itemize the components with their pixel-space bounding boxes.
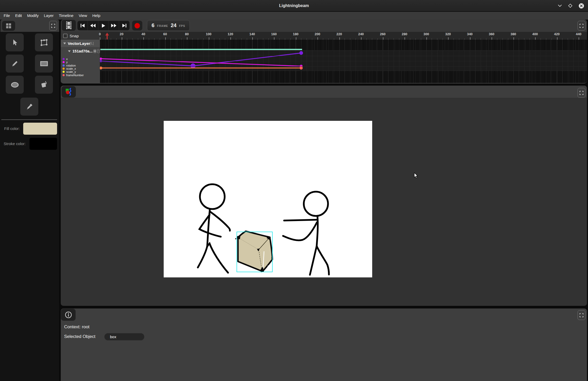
figure-arm	[283, 222, 317, 240]
frame-curve-keyframe[interactable]	[300, 67, 303, 70]
ellipse-tool-button[interactable]	[6, 76, 24, 94]
stroke-color-swatch[interactable]	[29, 138, 57, 150]
record-button[interactable]	[132, 21, 142, 31]
ruler-ticks: 0204060801001201401601802002202402602803…	[100, 32, 587, 40]
select-tool-button[interactable]	[6, 33, 24, 51]
info-icon	[65, 311, 72, 318]
panel-grid-button[interactable]	[2, 21, 15, 31]
skip-to-start-button[interactable]	[77, 21, 88, 30]
play-button[interactable]	[98, 21, 109, 30]
rewind-button[interactable]	[88, 21, 98, 30]
tool-panel-expand-button[interactable]	[49, 21, 57, 31]
collapse-triangle-icon[interactable]	[63, 43, 66, 44]
ruler-label: 380	[511, 32, 516, 36]
property-row-y[interactable]: y	[61, 61, 100, 64]
property-row-x[interactable]: x	[61, 57, 100, 61]
ruler-label: 220	[336, 32, 342, 36]
stick-figure-left[interactable]	[198, 184, 230, 273]
minimize-button[interactable]	[557, 3, 563, 9]
curve-grid-line	[100, 71, 587, 71]
collapse-triangle-icon[interactable]	[68, 50, 71, 52]
play-icon	[101, 23, 106, 28]
layer-row[interactable]: VectorLayer [L]	[61, 40, 100, 47]
pencil-tool-button[interactable]	[6, 55, 24, 73]
menu-modify[interactable]: Modify	[24, 12, 41, 20]
fill-color-swatch[interactable]	[23, 123, 57, 135]
stage[interactable]	[164, 121, 372, 277]
skip-to-end-icon	[122, 23, 127, 28]
property-row-frameNumber[interactable]: frameNumber	[61, 73, 100, 76]
menu-view[interactable]: View	[76, 12, 90, 20]
expand-icon	[579, 91, 584, 95]
curve-grid-line	[100, 51, 587, 51]
maximize-button[interactable]	[567, 3, 573, 9]
figure-leg	[310, 246, 317, 275]
info-button[interactable]	[61, 309, 76, 321]
menu-layer[interactable]: Layer	[41, 12, 56, 20]
figure-arm	[210, 212, 230, 231]
property-color-dot	[63, 61, 65, 63]
timeline-ruler[interactable]: Snap 02040608010012014016018020022024026…	[61, 32, 587, 40]
y-curve-keyframe[interactable]	[100, 58, 102, 60]
menu-timeline[interactable]: Timeline	[56, 12, 76, 20]
property-row-scale_x[interactable]: scale_x	[61, 67, 100, 70]
curve-grid-line	[100, 61, 587, 61]
group-row[interactable]: 151ad70a... ~	[61, 48, 100, 54]
group-fill-toggle[interactable]	[94, 49, 96, 53]
film-button[interactable]	[62, 20, 76, 31]
tool-panel: Fill color: Stroke color:	[0, 20, 59, 381]
transport-controls	[77, 21, 130, 30]
inspector-expand-button[interactable]	[578, 310, 585, 320]
stick-figure-right[interactable]	[283, 192, 329, 275]
property-row-scale_y[interactable]: scale_y	[61, 70, 100, 73]
menu-file[interactable]: File	[1, 12, 13, 20]
playhead[interactable]	[105, 33, 109, 39]
rectangle-tool-button[interactable]	[35, 55, 53, 73]
ruler-tick-major	[122, 37, 122, 40]
skip-to-start-icon	[80, 23, 85, 28]
skip-to-end-button[interactable]	[119, 21, 130, 30]
frame-curve-keyframe[interactable]	[100, 67, 102, 69]
x-curve-keyframe[interactable]	[299, 51, 303, 55]
group-curve-toggle[interactable]: ~	[97, 49, 100, 53]
menu-edit[interactable]: Edit	[13, 12, 24, 20]
context-line: Context: root	[64, 324, 89, 330]
close-button[interactable]	[578, 3, 584, 9]
menu-help[interactable]: Help	[90, 12, 103, 20]
property-label: rotation	[66, 64, 76, 67]
expand-icon	[579, 313, 584, 317]
ruler-label: 320	[445, 32, 451, 36]
box-object[interactable]	[235, 231, 273, 272]
ruler-tick-major	[317, 37, 318, 40]
canvas-logo-button[interactable]	[62, 86, 76, 98]
ruler-label: 60	[163, 32, 167, 36]
timeline-expand-button[interactable]	[578, 21, 585, 31]
paint-bucket-tool-button[interactable]	[35, 76, 53, 94]
property-color-dot	[63, 64, 65, 67]
figure-leg	[317, 246, 329, 275]
ruler-label: 300	[424, 32, 429, 36]
grid-icon	[5, 23, 12, 29]
eyedropper-icon	[26, 103, 33, 111]
ruler-tick-major	[187, 37, 187, 40]
ruler-tick-major	[230, 37, 231, 40]
snap-checkbox[interactable]	[63, 34, 68, 38]
animation-curves	[100, 40, 587, 83]
transform-tool-button[interactable]	[35, 33, 53, 51]
ruler-tick-major	[492, 37, 492, 40]
ruler-tick-major	[448, 37, 449, 40]
inspector-panel: Context: root Selected Object box	[61, 308, 587, 381]
ruler-tick-major	[339, 37, 340, 40]
fast-forward-button[interactable]	[109, 21, 119, 30]
layer-tree: VectorLayer [L] 151ad70a... ~ xyrotation…	[61, 40, 100, 83]
eyedropper-tool-button[interactable]	[20, 98, 38, 116]
property-row-rotation[interactable]: rotation	[61, 64, 100, 67]
expand-icon	[51, 24, 55, 28]
property-label: y	[66, 61, 68, 64]
stroke-color-label: Stroke color:	[4, 141, 26, 146]
canvas-expand-button[interactable]	[578, 88, 585, 98]
frames-area[interactable]	[100, 40, 587, 83]
selected-object-field[interactable]: box	[105, 333, 144, 340]
ruler-tick-major	[274, 37, 274, 40]
ruler-label: 400	[532, 32, 538, 36]
